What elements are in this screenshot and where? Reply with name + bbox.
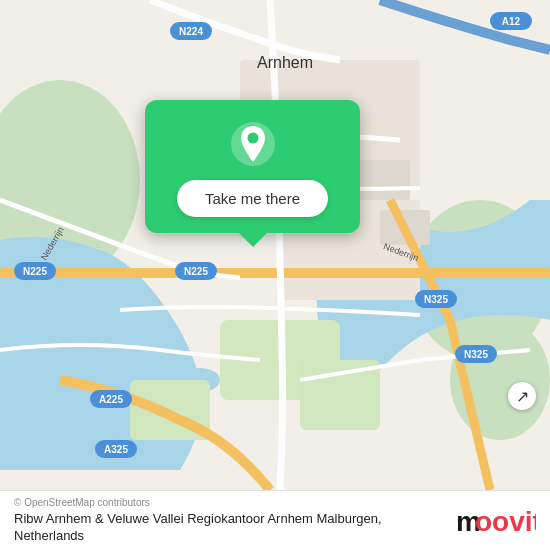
svg-point-6 [105, 322, 155, 358]
svg-text:A225: A225 [99, 394, 123, 405]
svg-rect-16 [0, 268, 550, 278]
svg-text:A325: A325 [104, 444, 128, 455]
popup-card: Take me there [145, 100, 360, 233]
map-svg: N224 N225 N225 N22 N325 N325 A225 A325 A… [0, 0, 550, 490]
svg-text:N325: N325 [464, 349, 488, 360]
svg-text:Arnhem: Arnhem [257, 54, 313, 71]
copyright-text: © OpenStreetMap contributors [14, 497, 446, 508]
svg-text:N325: N325 [424, 294, 448, 305]
location-pin-icon [229, 120, 277, 168]
svg-text:N225: N225 [23, 266, 47, 277]
svg-text:A12: A12 [502, 16, 521, 27]
compass-arrow[interactable]: ↗ [508, 382, 536, 410]
take-me-there-button[interactable]: Take me there [177, 180, 328, 217]
location-name-text: Ribw Arnhem & Veluwe Vallei Regiokantoor… [14, 511, 446, 545]
moovit-logo: m oovit [456, 503, 536, 539]
svg-point-39 [247, 133, 258, 144]
map-container: N224 N225 N225 N22 N325 N325 A225 A325 A… [0, 0, 550, 490]
bottom-bar: © OpenStreetMap contributors Ribw Arnhem… [0, 490, 550, 550]
svg-text:N225: N225 [184, 266, 208, 277]
svg-text:oovit: oovit [475, 506, 536, 537]
bottom-info: © OpenStreetMap contributors Ribw Arnhem… [14, 497, 446, 545]
svg-text:N224: N224 [179, 26, 203, 37]
